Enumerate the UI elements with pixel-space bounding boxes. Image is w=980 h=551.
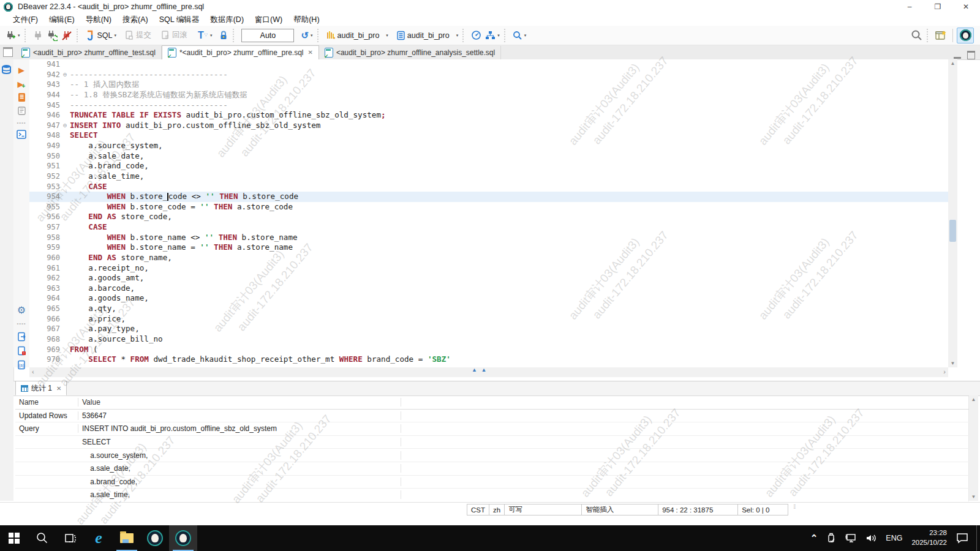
database-navigator-icon[interactable] xyxy=(1,64,12,75)
chevron-down-icon[interactable]: ▾ xyxy=(18,33,20,37)
connection-selector[interactable]: audit_bi_pro ▾ xyxy=(326,31,388,40)
editor-line[interactable]: 962 a.goods_amt, xyxy=(29,273,948,283)
taskbar-clock[interactable]: 23:28 2025/10/22 xyxy=(911,528,947,547)
word-wrap-button[interactable]: (a) xyxy=(16,359,27,370)
fold-collapse-icon[interactable]: ⊖ xyxy=(60,70,70,80)
disconnect-button[interactable] xyxy=(61,30,72,41)
tray-chevron-icon[interactable]: ⌃ xyxy=(810,533,818,544)
chevron-down-icon[interactable]: ▾ xyxy=(210,33,213,37)
scroll-up-icon[interactable]: ▲ xyxy=(948,61,957,66)
scroll-down-icon[interactable]: ▼ xyxy=(948,361,957,366)
editor-line[interactable]: 946TRUNCATE TABLE IF EXISTS audit_bi_pro… xyxy=(29,110,948,121)
chevron-down-icon[interactable]: ▾ xyxy=(311,33,313,37)
editor-line[interactable]: 961 a.receipt_no, xyxy=(29,263,948,274)
editor-line[interactable]: 953 CASE xyxy=(29,182,948,192)
column-header-name[interactable]: Name xyxy=(15,398,78,407)
editor-line[interactable]: 942⊖---------------------------------- xyxy=(29,70,948,80)
editor-line[interactable]: 966 a.price, xyxy=(29,314,948,324)
table-row[interactable]: a.sale_time, xyxy=(15,489,969,501)
editor-line[interactable]: 960 END AS store_name, xyxy=(29,253,948,263)
internet-explorer-button[interactable]: e xyxy=(85,525,113,551)
export-result-button[interactable] xyxy=(16,331,27,342)
chevron-down-icon[interactable]: ▾ xyxy=(524,33,527,37)
show-desktop-button[interactable] xyxy=(976,525,980,551)
settings-gear-icon[interactable]: ⚙ xyxy=(16,304,27,315)
editor-hscrollbar[interactable]: ‹ › xyxy=(29,367,948,377)
execute-statement-button[interactable]: ▶ xyxy=(16,64,27,75)
execute-in-new-tab-button[interactable]: ▶+ xyxy=(16,78,27,89)
menu-item-1[interactable]: 编辑(E) xyxy=(43,13,80,26)
dbeaver-perspective-button[interactable] xyxy=(957,28,974,43)
editor-line[interactable]: 951 a.brand_code, xyxy=(29,161,948,171)
results-vscrollbar[interactable]: ▲ ▼ xyxy=(969,395,978,501)
minimize-editor-icon[interactable] xyxy=(954,57,961,59)
commit-mode-combo[interactable]: Auto xyxy=(241,29,294,42)
editor-line[interactable]: 947⊖INSERT INTO audit_bi_pro.custom_offl… xyxy=(29,121,948,131)
status-caret-position[interactable]: 954 : 22 : 31875 xyxy=(658,504,738,515)
editor-line[interactable]: 952 a.sale_time, xyxy=(29,171,948,182)
rollback-button[interactable]: 回滚 xyxy=(160,30,187,40)
editor-line[interactable]: 944-- 1.8 替换SBZ老系统店铺数据为新系统店铺数据 xyxy=(29,90,948,100)
task-view-button[interactable] xyxy=(56,525,85,551)
sql-editor[interactable]: 941942⊖---------------------------------… xyxy=(29,59,948,367)
restore-panel-icon[interactable] xyxy=(3,47,13,57)
sql-editor-button[interactable]: SQL ▾ xyxy=(85,30,117,40)
scroll-right-icon[interactable]: › xyxy=(943,368,946,375)
editor-line[interactable]: 959 WHEN b.store_name = '' THEN a.store_… xyxy=(29,242,948,253)
column-header-value[interactable]: Value xyxy=(78,398,401,407)
start-button[interactable] xyxy=(0,525,28,551)
statistics-table[interactable]: NameValueUpdated Rows536647QueryINSERT I… xyxy=(15,396,969,501)
volume-icon[interactable] xyxy=(865,533,877,543)
editor-line[interactable]: 941 xyxy=(29,59,948,70)
menu-item-7[interactable]: 帮助(H) xyxy=(288,13,325,26)
editor-tab-0[interactable]: ✓<audit_bi_pro> zhumr_offline_test.sql xyxy=(16,46,162,59)
close-icon[interactable]: ✕ xyxy=(56,385,61,392)
table-row[interactable]: Updated Rows536647 xyxy=(15,410,969,423)
editor-line[interactable]: 956 END AS store_code, xyxy=(29,212,948,222)
explain-plan-button[interactable] xyxy=(16,105,27,116)
scrollbar-thumb[interactable] xyxy=(949,220,956,242)
table-row[interactable]: SELECT xyxy=(15,436,969,449)
commit-button[interactable]: 提交 xyxy=(124,30,151,40)
taskbar-search-button[interactable] xyxy=(28,525,56,551)
editor-line[interactable]: 954 WHEN b.store_code <> '' THEN b.store… xyxy=(29,192,948,202)
show-problems-button[interactable]: ! xyxy=(16,345,27,356)
network-topology-button[interactable]: ▾ xyxy=(485,31,500,40)
editor-line[interactable]: 955 WHEN b.store_code = '' THEN a.store_… xyxy=(29,202,948,212)
editor-line[interactable]: 964 a.goods_name, xyxy=(29,293,948,304)
chevron-down-icon[interactable]: ▾ xyxy=(386,33,388,37)
maximize-editor-icon[interactable] xyxy=(967,51,975,59)
editor-line[interactable]: 969FROM ( xyxy=(29,345,948,355)
dashboard-button[interactable] xyxy=(471,30,481,40)
input-language[interactable]: ENG xyxy=(886,534,902,542)
maximize-button[interactable]: ❐ xyxy=(924,0,952,13)
search-button[interactable]: ▾ xyxy=(513,31,527,40)
menu-item-6[interactable]: 窗口(W) xyxy=(249,13,288,26)
scroll-down-icon[interactable]: ▼ xyxy=(969,494,978,500)
editor-line[interactable]: 957 CASE xyxy=(29,222,948,233)
editor-line[interactable]: 965 a.qty, xyxy=(29,304,948,314)
table-row[interactable]: QueryINSERT INTO audit_bi_pro.custom_off… xyxy=(15,422,969,436)
chevron-down-icon[interactable]: ▾ xyxy=(497,33,500,37)
editor-tab-2[interactable]: ✓<audit_bi_pro> zhumr_offline_analysis_s… xyxy=(319,46,501,59)
editor-line[interactable]: 950 a.sale_date, xyxy=(29,151,948,162)
fold-collapse-icon[interactable]: ⊖ xyxy=(60,121,70,131)
table-row[interactable]: a.sale_date, xyxy=(15,462,969,476)
editor-line[interactable]: 943-- 1 插入国内数据 xyxy=(29,80,948,90)
action-center-icon[interactable] xyxy=(956,533,968,544)
file-explorer-button[interactable] xyxy=(113,525,141,551)
dbeaver-taskbar-button-active[interactable] xyxy=(169,525,197,551)
new-connection-button[interactable]: ▾ xyxy=(5,30,20,41)
editor-line[interactable]: 945---------------------------------- xyxy=(29,100,948,111)
editor-line[interactable]: 958 WHEN b.store_name <> '' THEN b.store… xyxy=(29,233,948,243)
execute-script-button[interactable] xyxy=(16,92,27,103)
editor-line[interactable]: 968 a.source_bill_no xyxy=(29,334,948,345)
open-terminal-button[interactable] xyxy=(16,129,27,140)
transaction-mode-button[interactable]: T ∵ ▾ xyxy=(198,30,212,41)
reconnect-button[interactable] xyxy=(47,30,58,41)
usb-device-icon[interactable] xyxy=(826,533,836,544)
editor-vscrollbar[interactable]: ▲ ▼ xyxy=(948,59,957,367)
close-button[interactable]: ✕ xyxy=(952,0,980,13)
transaction-log-button[interactable]: ↺ ▾ xyxy=(301,30,312,41)
chevron-down-icon[interactable]: ▾ xyxy=(456,33,459,37)
